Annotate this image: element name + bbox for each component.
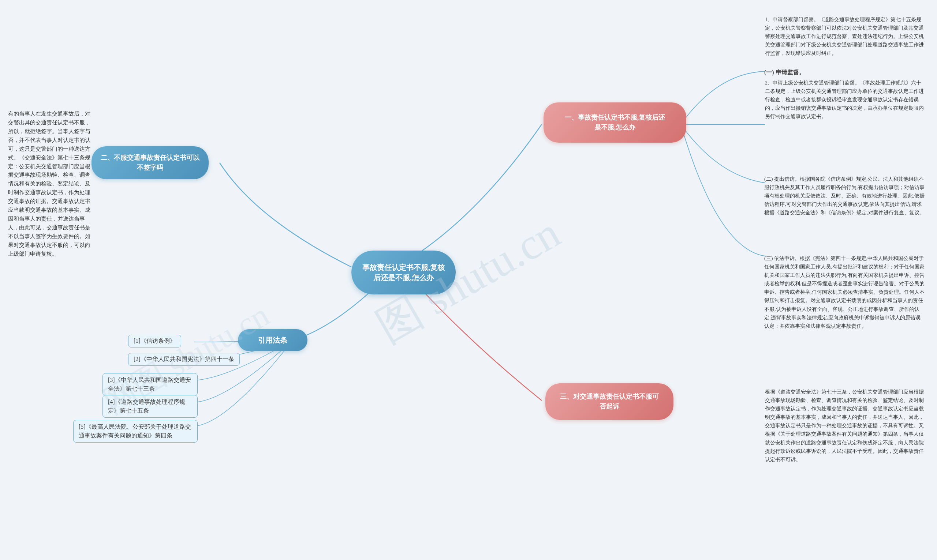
branch-citations: 引用法条 — [238, 329, 307, 351]
section2-text: (二) 提出信访。根据国务院《信访条例》规定,公民、法人和其他组织不服行政机关及… — [764, 176, 925, 215]
section-label-2: (二) 提出信访。根据国务院《信访条例》规定,公民、法人和其他组织不服行政机关及… — [764, 175, 925, 217]
section3-text: (三) 依法申诉。根据《宪法》第四十一条规定,中华人民共和国公民对于任何国家机关… — [764, 256, 925, 329]
citation-3-text: [3]《中华人民共和国道路交通安全法》第七十三条 — [108, 377, 191, 392]
branch-top-label: 一、事故责任认定书不服,复核后还 是不服,怎么办 — [565, 113, 666, 132]
citation-4-text: [4]《道路交通事故处理程序规定》第七十五条 — [108, 399, 185, 414]
right-text1-content: 1、申请督察部门督察。《道路交通事故处理程序规定》第七十五条规定，公安机关警察督… — [765, 17, 924, 56]
branch-left-label: 二、不服交通事故责任认定书可以 不签字吗 — [101, 153, 199, 173]
left-text-block: 有的当事人在发生交通事故后，对交警出具的交通责任认定书不服，所以，就拒绝签字。当… — [8, 110, 92, 258]
citation-4: [4]《道路交通事故处理程序规定》第七十五条 — [102, 395, 198, 418]
citation-2-text: [2]《中华人民共和国宪法》第四十一条 — [134, 356, 234, 362]
citation-5-text: [5]《最高人民法院、公安部关于处理道路交通事故案件有关问题的通知》第四条 — [79, 423, 191, 438]
citation-5: [5]《最高人民法院、公安部关于处理道路交通事故案件有关问题的通知》第四条 — [73, 420, 198, 443]
citation-1-text: [1]《信访条例》 — [134, 338, 176, 344]
citation-1: [1]《信访条例》 — [128, 335, 181, 348]
left-text-content: 有的当事人在发生交通事故后，对交警出具的交通责任认定书不服，所以，就拒绝签字。当… — [8, 111, 90, 257]
bottom-right-text-block: 根据《道路交通安全法》第七十三条，公安机关交通管理部门应当根据交通事故现场勘验、… — [765, 388, 926, 464]
citation-3: [3]《中华人民共和国道路交通安全法》第七十三条 — [102, 373, 198, 396]
bottom-right-text-content: 根据《道路交通安全法》第七十三条，公安机关交通管理部门应当根据交通事故现场勘验、… — [765, 389, 924, 462]
branch-bottom-right: 三、对交通事故责任认定书不服可 否起诉 — [546, 383, 673, 420]
branch-top: 一、事故责任认定书不服,复核后还 是不服,怎么办 — [544, 102, 686, 143]
section1-text: (一) 申请监督。 — [764, 69, 805, 75]
right-text-block1: 1、申请督察部门督察。《道路交通事故处理程序规定》第七十五条规定，公安机关警察督… — [765, 15, 926, 57]
branch-citations-label: 引用法条 — [258, 335, 287, 346]
citation-2: [2]《中华人民共和国宪法》第四十一条 — [128, 353, 240, 366]
center-node: 事故责任认定书不服,复核 后还是不服,怎么办 — [351, 251, 456, 294]
branch-bottom-right-label: 三、对交通事故责任认定书不服可 否起诉 — [560, 392, 659, 411]
section-label-1: (一) 申请监督。 — [764, 69, 805, 77]
branch-left: 二、不服交通事故责任认定书可以 不签字吗 — [91, 146, 209, 179]
center-node-label: 事故责任认定书不服,复核 后还是不服,怎么办 — [362, 262, 445, 283]
right-text2-content: 2、申请上级公安机关交通管理部门监督。《事故处理工作规范》六十二条规定，上级公安… — [765, 80, 924, 119]
right-text-block2: 2、申请上级公安机关交通管理部门监督。《事故处理工作规范》六十二条规定，上级公安… — [765, 78, 926, 121]
section-label-3: (三) 依法申诉。根据《宪法》第四十一条规定,中华人民共和国公民对于任何国家机关… — [764, 254, 925, 330]
